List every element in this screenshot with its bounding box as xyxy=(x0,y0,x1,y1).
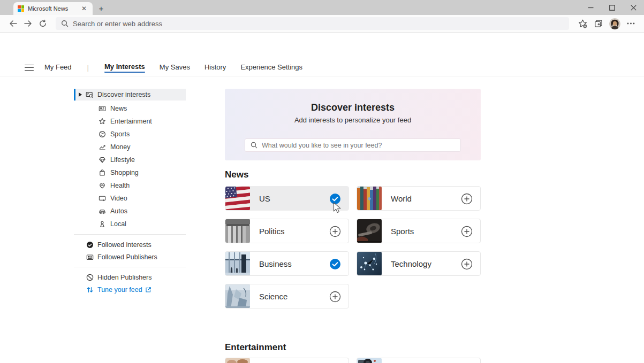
site-nav: My Feed | My Interests My Saves History … xyxy=(0,59,644,76)
tab-title: Microsoft News xyxy=(28,5,80,12)
interest-card-entertainment-1[interactable] xyxy=(225,358,349,363)
card-image-sports xyxy=(357,219,382,243)
interest-card-us[interactable]: US xyxy=(225,186,349,211)
card-label: US xyxy=(259,194,270,203)
chart-icon xyxy=(99,143,106,151)
interest-card-sports[interactable]: Sports xyxy=(357,219,481,243)
tree-expander-icon[interactable] xyxy=(79,92,82,97)
refresh-button[interactable] xyxy=(35,16,50,31)
sidebar-item-money[interactable]: Money xyxy=(74,141,186,153)
section-title-news: News xyxy=(225,169,481,180)
interest-card-technology[interactable]: Technology xyxy=(357,251,481,276)
star-icon xyxy=(99,118,106,125)
sidebar-item-health[interactable]: Health xyxy=(74,179,186,192)
sidebar-item-tune-your-feed[interactable]: Tune your feed xyxy=(74,283,186,296)
card-label: Science xyxy=(259,292,287,301)
card-image-us-flag xyxy=(225,186,250,211)
sidebar-item-followed-publishers[interactable]: Followed Publishers xyxy=(74,251,186,263)
nav-experience-settings[interactable]: Experience Settings xyxy=(240,63,302,72)
check-circle-icon xyxy=(86,241,94,249)
nav-my-feed[interactable]: My Feed xyxy=(44,63,72,72)
add-interest-button[interactable] xyxy=(461,226,473,237)
minimize-button[interactable] xyxy=(580,0,601,15)
address-input[interactable] xyxy=(73,20,564,28)
browser-tab[interactable]: Microsoft News ✕ xyxy=(13,2,93,15)
add-interest-button[interactable] xyxy=(461,193,473,205)
nav-my-saves[interactable]: My Saves xyxy=(160,63,190,72)
sidebar-item-label: Sports xyxy=(110,130,130,138)
interest-card-business[interactable]: Business xyxy=(225,251,349,276)
sidebar-item-video[interactable]: Video xyxy=(74,192,186,205)
sidebar-item-label: Lifestyle xyxy=(110,156,135,164)
more-menu-icon[interactable] xyxy=(623,16,639,31)
menu-icon[interactable] xyxy=(25,65,34,71)
sidebar-item-sports[interactable]: Sports xyxy=(74,128,186,141)
nav-my-interests[interactable]: My Interests xyxy=(104,63,145,73)
add-interest-button[interactable] xyxy=(329,226,341,237)
person-pin-icon xyxy=(99,220,106,228)
interest-search-input[interactable] xyxy=(262,142,455,149)
sidebar-item-label: Tune your feed xyxy=(97,286,142,294)
tab-close-icon[interactable]: ✕ xyxy=(80,5,88,12)
interest-card-entertainment-2[interactable] xyxy=(357,358,481,363)
interest-card-world[interactable]: World xyxy=(357,186,481,211)
maximize-button[interactable] xyxy=(601,0,623,15)
favorites-icon[interactable] xyxy=(574,16,590,31)
external-link-icon xyxy=(145,287,151,293)
card-image-technology xyxy=(357,251,382,276)
sidebar-item-discover-interests[interactable]: Discover interests xyxy=(74,89,186,101)
browser-titlebar: Microsoft News ✕ + xyxy=(0,0,644,15)
new-tab-button[interactable]: + xyxy=(96,4,106,13)
interests-sidebar: Discover interests News Entertainment Sp… xyxy=(74,89,186,296)
browser-toolbar xyxy=(0,15,644,33)
sidebar-item-autos[interactable]: Autos xyxy=(74,205,186,218)
interest-card-science[interactable]: Science xyxy=(225,284,349,308)
mouse-cursor xyxy=(333,202,343,215)
card-label: Business xyxy=(259,259,292,268)
add-interest-button[interactable] xyxy=(329,291,341,303)
sidebar-item-followed-interests[interactable]: Followed interests xyxy=(74,238,186,251)
sidebar-divider xyxy=(74,234,186,235)
sidebar-item-hidden-publishers[interactable]: Hidden Publishers xyxy=(74,271,186,283)
card-image-science xyxy=(225,284,250,308)
profile-avatar[interactable] xyxy=(607,16,623,31)
collections-icon[interactable] xyxy=(590,16,607,31)
sidebar-item-label: Shopping xyxy=(110,169,139,176)
site-header: Microsoft xyxy=(0,33,644,59)
sidebar-item-label: Followed Publishers xyxy=(97,253,157,261)
close-button[interactable] xyxy=(623,0,644,15)
nav-history[interactable]: History xyxy=(204,63,226,72)
sidebar-item-label: Discover interests xyxy=(97,91,150,98)
card-image-business xyxy=(225,251,250,276)
forward-button[interactable] xyxy=(20,16,35,31)
interest-search-box[interactable] xyxy=(245,138,461,152)
section-title-entertainment: Entertainment xyxy=(225,342,481,353)
sort-arrows-icon xyxy=(86,286,94,294)
add-interest-button[interactable] xyxy=(461,258,473,270)
sidebar-item-label: Autos xyxy=(110,207,127,215)
search-icon xyxy=(251,142,257,149)
address-bar[interactable] xyxy=(56,17,569,30)
sidebar-item-label: Hidden Publishers xyxy=(97,274,151,281)
discover-interests-banner: Discover interests Add interests to pers… xyxy=(225,89,481,160)
sidebar-item-lifestyle[interactable]: Lifestyle xyxy=(74,153,186,166)
sidebar-item-local[interactable]: Local xyxy=(74,218,186,230)
card-image-entertainment-1 xyxy=(225,358,250,363)
microsoft-logo-icon xyxy=(18,5,24,12)
interests-main: Discover interests Add interests to pers… xyxy=(225,89,481,363)
card-label: Politics xyxy=(259,227,285,236)
sidebar-item-label: News xyxy=(110,105,127,112)
back-button[interactable] xyxy=(5,16,20,31)
bag-icon xyxy=(99,169,106,176)
banner-title: Discover interests xyxy=(225,102,481,113)
card-label: World xyxy=(391,194,412,203)
sidebar-item-shopping[interactable]: Shopping xyxy=(74,166,186,179)
followed-check-icon[interactable] xyxy=(329,258,341,270)
sidebar-item-label: Health xyxy=(110,182,130,189)
sidebar-item-news[interactable]: News xyxy=(74,102,186,115)
sidebar-item-label: Entertainment xyxy=(110,118,152,125)
heart-icon xyxy=(99,182,106,189)
sidebar-item-entertainment[interactable]: Entertainment xyxy=(74,115,186,128)
interest-card-politics[interactable]: Politics xyxy=(225,219,349,243)
card-label: Sports xyxy=(391,227,414,236)
